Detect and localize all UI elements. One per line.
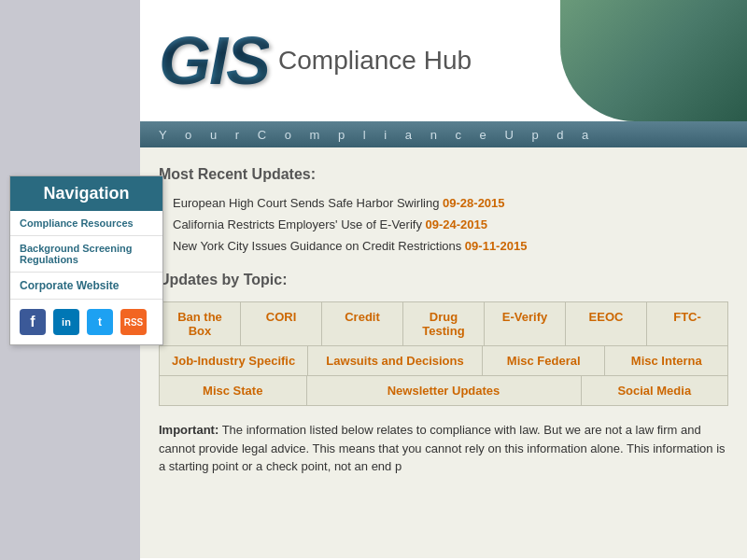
topic-misc-state[interactable]: Misc State: [160, 376, 307, 405]
update-date-1: 09-28-2015: [443, 196, 505, 210]
twitter-icon[interactable]: t: [87, 309, 113, 335]
update-item: California Restricts Employers' Use of E…: [159, 217, 728, 231]
topic-social-media[interactable]: Social Media: [582, 376, 728, 405]
logo-container: GIS Compliance Hub: [159, 22, 472, 99]
header: GIS Compliance Hub: [140, 0, 747, 121]
most-recent-title: Most Recent Updates:: [159, 166, 728, 183]
tagline-text: Y o u r C o m p l i a n c e U p d a: [159, 128, 596, 142]
topic-lawsuits[interactable]: Lawsuits and Decisions: [308, 346, 483, 375]
topic-misc-international[interactable]: Misc Interna: [605, 346, 727, 375]
logo-text: Compliance Hub: [278, 47, 472, 76]
logo-gis: GIS: [159, 22, 269, 99]
update-text-3: New York City Issues Guidance on Credit …: [173, 239, 465, 253]
topic-cori[interactable]: CORI: [241, 302, 322, 345]
social-bar: f in t RSS: [10, 300, 162, 344]
topic-misc-federal[interactable]: Misc Federal: [483, 346, 606, 375]
important-notice: Important: The information listed below …: [159, 421, 728, 476]
header-curve-decoration: [560, 0, 747, 121]
linkedin-icon[interactable]: in: [53, 309, 79, 335]
content-area: Most Recent Updates: European High Court…: [140, 147, 747, 558]
nav-item-compliance-resources[interactable]: Compliance Resources: [10, 211, 162, 236]
tagline-bar: Y o u r C o m p l i a n c e U p d a: [140, 121, 747, 147]
update-text-1: European High Court Sends Safe Harbor Sw…: [173, 196, 443, 210]
topic-drug-testing[interactable]: Drug Testing: [403, 302, 485, 345]
nav-item-corporate-website[interactable]: Corporate Website: [10, 273, 162, 300]
update-date-3: 09-11-2015: [465, 239, 528, 253]
topic-credit[interactable]: Credit: [322, 302, 403, 345]
topic-newsletter[interactable]: Newsletter Updates: [307, 376, 582, 405]
topic-e-verify[interactable]: E-Verify: [485, 302, 566, 345]
nav-item-background-screening[interactable]: Background ScreeningRegulations: [10, 236, 162, 273]
important-label: Important:: [159, 423, 218, 437]
update-text-2: California Restricts Employers' Use of E…: [173, 217, 426, 231]
facebook-icon[interactable]: f: [20, 309, 46, 335]
topic-row-2: Job-Industry Specific Lawsuits and Decis…: [160, 346, 727, 376]
update-item: European High Court Sends Safe Harbor Sw…: [159, 196, 728, 210]
topic-eeoc[interactable]: EEOC: [566, 302, 647, 345]
topic-row-1: Ban the Box CORI Credit Drug Testing E-V…: [160, 302, 727, 346]
topic-job-industry[interactable]: Job-Industry Specific: [160, 346, 308, 375]
navigation-card: Navigation Compliance Resources Backgrou…: [9, 175, 163, 345]
update-date-2: 09-24-2015: [426, 217, 488, 231]
topic-ban-the-box[interactable]: Ban the Box: [160, 302, 241, 345]
nav-header: Navigation: [10, 176, 162, 211]
rss-icon[interactable]: RSS: [120, 309, 147, 335]
topic-row-3: Misc State Newsletter Updates Social Med…: [160, 376, 727, 405]
main-content-area: GIS Compliance Hub Y o u r C o m p l i a…: [140, 0, 747, 560]
updates-list: European High Court Sends Safe Harbor Sw…: [159, 196, 728, 253]
update-item: New York City Issues Guidance on Credit …: [159, 239, 728, 253]
important-body: The information listed below relates to …: [159, 423, 726, 473]
updates-by-topic-title: Updates by Topic:: [159, 272, 728, 288]
topic-grid: Ban the Box CORI Credit Drug Testing E-V…: [159, 301, 728, 406]
topic-ftc[interactable]: FTC-: [647, 302, 727, 345]
